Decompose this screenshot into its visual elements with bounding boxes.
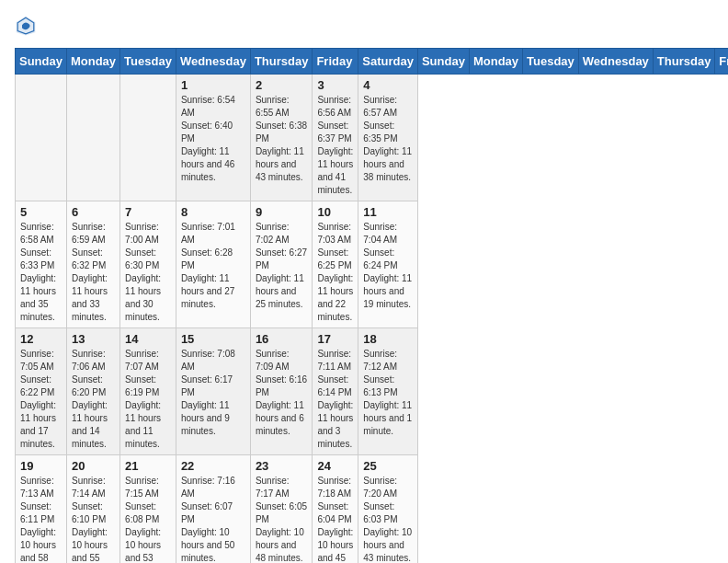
day-number: 7	[125, 205, 171, 219]
day-header-friday: Friday	[313, 49, 358, 75]
calendar-day-cell: 5Sunrise: 6:58 AMSunset: 6:33 PMDaylight…	[16, 201, 67, 328]
calendar-day-cell: 13Sunrise: 7:06 AMSunset: 6:20 PMDayligh…	[66, 328, 119, 455]
day-number: 4	[363, 78, 413, 92]
calendar-week-row: 19Sunrise: 7:13 AMSunset: 6:11 PMDayligh…	[16, 455, 729, 564]
day-number: 22	[181, 459, 245, 473]
calendar-day-cell: 11Sunrise: 7:04 AMSunset: 6:24 PMDayligh…	[358, 201, 418, 328]
day-number: 1	[181, 78, 245, 92]
day-info: Sunrise: 7:14 AMSunset: 6:10 PMDaylight:…	[72, 475, 115, 563]
day-header-tuesday: Tuesday	[120, 49, 176, 75]
calendar-header-row: SundayMondayTuesdayWednesdayThursdayFrid…	[16, 49, 729, 75]
day-info: Sunrise: 6:57 AMSunset: 6:35 PMDaylight:…	[363, 94, 413, 184]
day-header-wednesday: Wednesday	[578, 49, 653, 75]
day-header-monday: Monday	[66, 49, 119, 75]
day-info: Sunrise: 6:54 AMSunset: 6:40 PMDaylight:…	[181, 94, 245, 184]
calendar-week-row: 5Sunrise: 6:58 AMSunset: 6:33 PMDaylight…	[16, 201, 729, 328]
calendar-day-cell: 16Sunrise: 7:09 AMSunset: 6:16 PMDayligh…	[250, 328, 313, 455]
calendar-day-cell: 25Sunrise: 7:20 AMSunset: 6:03 PMDayligh…	[358, 455, 418, 564]
day-number: 3	[317, 78, 353, 92]
calendar-day-cell	[16, 75, 67, 201]
calendar-day-cell: 6Sunrise: 6:59 AMSunset: 6:32 PMDaylight…	[66, 201, 119, 328]
day-number: 17	[317, 332, 353, 346]
day-info: Sunrise: 7:07 AMSunset: 6:19 PMDaylight:…	[125, 348, 171, 451]
calendar-day-cell: 22Sunrise: 7:16 AMSunset: 6:07 PMDayligh…	[176, 455, 250, 564]
day-info: Sunrise: 7:13 AMSunset: 6:11 PMDaylight:…	[20, 475, 62, 563]
calendar-day-cell: 19Sunrise: 7:13 AMSunset: 6:11 PMDayligh…	[16, 455, 67, 564]
day-info: Sunrise: 7:06 AMSunset: 6:20 PMDaylight:…	[72, 348, 115, 451]
day-number: 10	[317, 205, 353, 219]
day-info: Sunrise: 7:20 AMSunset: 6:03 PMDaylight:…	[363, 475, 413, 563]
day-info: Sunrise: 7:02 AMSunset: 6:27 PMDaylight:…	[256, 221, 308, 311]
calendar-day-cell: 14Sunrise: 7:07 AMSunset: 6:19 PMDayligh…	[120, 328, 176, 455]
day-info: Sunrise: 7:11 AMSunset: 6:14 PMDaylight:…	[317, 348, 353, 451]
day-header-saturday: Saturday	[358, 49, 418, 75]
day-info: Sunrise: 6:59 AMSunset: 6:32 PMDaylight:…	[72, 221, 115, 324]
day-info: Sunrise: 7:05 AMSunset: 6:22 PMDaylight:…	[20, 348, 62, 451]
calendar-day-cell: 20Sunrise: 7:14 AMSunset: 6:10 PMDayligh…	[66, 455, 119, 564]
calendar-week-row: 1Sunrise: 6:54 AMSunset: 6:40 PMDaylight…	[16, 75, 729, 201]
day-header-thursday: Thursday	[653, 49, 715, 75]
day-header-tuesday: Tuesday	[523, 49, 579, 75]
page-header	[15, 15, 713, 37]
day-info: Sunrise: 7:16 AMSunset: 6:07 PMDaylight:…	[181, 475, 245, 563]
calendar-table: SundayMondayTuesdayWednesdayThursdayFrid…	[15, 48, 728, 563]
day-number: 15	[181, 332, 245, 346]
day-info: Sunrise: 7:04 AMSunset: 6:24 PMDaylight:…	[363, 221, 413, 311]
day-info: Sunrise: 7:12 AMSunset: 6:13 PMDaylight:…	[363, 348, 413, 438]
day-header-sunday: Sunday	[16, 49, 67, 75]
calendar-day-cell: 21Sunrise: 7:15 AMSunset: 6:08 PMDayligh…	[120, 455, 176, 564]
day-number: 8	[181, 205, 245, 219]
calendar-day-cell	[120, 75, 176, 201]
day-info: Sunrise: 7:17 AMSunset: 6:05 PMDaylight:…	[256, 475, 308, 563]
day-info: Sunrise: 7:08 AMSunset: 6:17 PMDaylight:…	[181, 348, 245, 438]
day-info: Sunrise: 6:58 AMSunset: 6:33 PMDaylight:…	[20, 221, 62, 324]
calendar-day-cell: 10Sunrise: 7:03 AMSunset: 6:25 PMDayligh…	[313, 201, 358, 328]
calendar-day-cell: 23Sunrise: 7:17 AMSunset: 6:05 PMDayligh…	[250, 455, 313, 564]
day-number: 19	[20, 459, 62, 473]
day-number: 6	[72, 205, 115, 219]
day-number: 14	[125, 332, 171, 346]
day-number: 23	[256, 459, 308, 473]
calendar-day-cell: 18Sunrise: 7:12 AMSunset: 6:13 PMDayligh…	[358, 328, 418, 455]
day-number: 5	[20, 205, 62, 219]
day-number: 20	[72, 459, 115, 473]
calendar-day-cell: 4Sunrise: 6:57 AMSunset: 6:35 PMDaylight…	[358, 75, 418, 201]
day-info: Sunrise: 7:03 AMSunset: 6:25 PMDaylight:…	[317, 221, 353, 324]
day-number: 16	[256, 332, 308, 346]
day-info: Sunrise: 7:00 AMSunset: 6:30 PMDaylight:…	[125, 221, 171, 324]
day-number: 9	[256, 205, 308, 219]
day-number: 13	[72, 332, 115, 346]
day-number: 18	[363, 332, 413, 346]
calendar-day-cell: 9Sunrise: 7:02 AMSunset: 6:27 PMDaylight…	[250, 201, 313, 328]
day-header-friday: Friday	[715, 49, 728, 75]
calendar-day-cell	[66, 75, 119, 201]
calendar-day-cell: 3Sunrise: 6:56 AMSunset: 6:37 PMDaylight…	[313, 75, 358, 201]
calendar-day-cell: 17Sunrise: 7:11 AMSunset: 6:14 PMDayligh…	[313, 328, 358, 455]
calendar-day-cell: 2Sunrise: 6:55 AMSunset: 6:38 PMDaylight…	[250, 75, 313, 201]
day-number: 11	[363, 205, 413, 219]
calendar-day-cell: 7Sunrise: 7:00 AMSunset: 6:30 PMDaylight…	[120, 201, 176, 328]
day-info: Sunrise: 7:15 AMSunset: 6:08 PMDaylight:…	[125, 475, 171, 563]
day-info: Sunrise: 7:09 AMSunset: 6:16 PMDaylight:…	[256, 348, 308, 438]
calendar-week-row: 12Sunrise: 7:05 AMSunset: 6:22 PMDayligh…	[16, 328, 729, 455]
day-info: Sunrise: 6:55 AMSunset: 6:38 PMDaylight:…	[256, 94, 308, 184]
calendar-day-cell: 24Sunrise: 7:18 AMSunset: 6:04 PMDayligh…	[313, 455, 358, 564]
day-header-sunday: Sunday	[417, 49, 469, 75]
logo	[15, 15, 40, 37]
day-info: Sunrise: 6:56 AMSunset: 6:37 PMDaylight:…	[317, 94, 353, 197]
day-number: 2	[256, 78, 308, 92]
day-number: 24	[317, 459, 353, 473]
calendar-day-cell: 12Sunrise: 7:05 AMSunset: 6:22 PMDayligh…	[16, 328, 67, 455]
day-info: Sunrise: 7:01 AMSunset: 6:28 PMDaylight:…	[181, 221, 245, 311]
day-info: Sunrise: 7:18 AMSunset: 6:04 PMDaylight:…	[317, 475, 353, 563]
logo-icon	[15, 15, 37, 37]
day-header-monday: Monday	[469, 49, 522, 75]
day-header-wednesday: Wednesday	[176, 49, 250, 75]
calendar-day-cell: 15Sunrise: 7:08 AMSunset: 6:17 PMDayligh…	[176, 328, 250, 455]
day-number: 21	[125, 459, 171, 473]
day-number: 12	[20, 332, 62, 346]
calendar-day-cell: 1Sunrise: 6:54 AMSunset: 6:40 PMDaylight…	[176, 75, 250, 201]
day-number: 25	[363, 459, 413, 473]
calendar-day-cell: 8Sunrise: 7:01 AMSunset: 6:28 PMDaylight…	[176, 201, 250, 328]
day-header-thursday: Thursday	[250, 49, 313, 75]
